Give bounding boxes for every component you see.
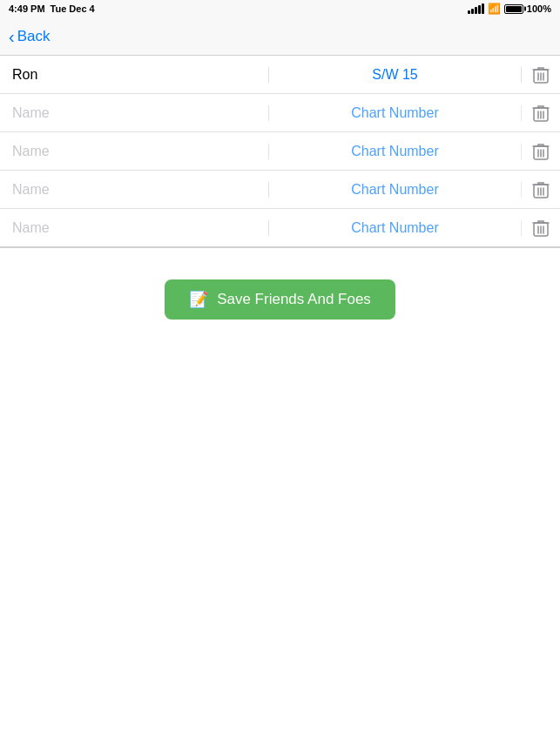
battery-icon <box>504 4 523 14</box>
chart-number-cell[interactable]: Chart Number <box>269 144 522 159</box>
friends-foes-table: RonS/W 15 NameChart Number NameChart Num… <box>0 56 560 248</box>
save-button[interactable]: 📝 Save Friends And Foes <box>165 279 395 320</box>
save-button-label: Save Friends And Foes <box>217 291 371 308</box>
table-row: RonS/W 15 <box>0 56 560 94</box>
name-cell[interactable]: Name <box>0 220 269 236</box>
delete-button[interactable] <box>522 142 560 161</box>
table-row: NameChart Number <box>0 209 560 247</box>
name-cell[interactable]: Ron <box>0 67 269 83</box>
save-button-container: 📝 Save Friends And Foes <box>0 279 560 320</box>
save-icon: 📝 <box>189 290 208 309</box>
table-row: NameChart Number <box>0 132 560 171</box>
status-time: 4:49 PM <box>9 3 45 14</box>
trash-icon <box>532 142 550 161</box>
back-chevron-icon: ‹ <box>9 28 15 45</box>
delete-button[interactable] <box>522 104 560 123</box>
back-label: Back <box>17 28 51 45</box>
trash-icon <box>532 180 550 199</box>
trash-icon <box>532 219 550 238</box>
nav-bar: ‹ Back <box>0 17 560 56</box>
chart-number-cell[interactable]: S/W 15 <box>269 67 522 83</box>
chart-number-cell[interactable]: Chart Number <box>269 220 522 236</box>
status-date: Tue Dec 4 <box>51 3 95 14</box>
trash-icon <box>532 104 550 123</box>
delete-button[interactable] <box>522 65 560 84</box>
back-button[interactable]: ‹ Back <box>9 28 50 45</box>
name-cell[interactable]: Name <box>0 144 269 159</box>
delete-button[interactable] <box>522 180 560 199</box>
name-cell[interactable]: Name <box>0 182 269 198</box>
trash-icon <box>532 65 550 84</box>
delete-button[interactable] <box>522 219 560 238</box>
status-bar: 4:49 PM Tue Dec 4 📶 100% <box>0 0 560 17</box>
wifi-icon: 📶 <box>488 3 501 15</box>
table-row: NameChart Number <box>0 171 560 209</box>
battery-label: 100% <box>527 3 551 14</box>
chart-number-cell[interactable]: Chart Number <box>269 105 522 121</box>
signal-icon <box>468 3 484 14</box>
table-row: NameChart Number <box>0 94 560 132</box>
name-cell[interactable]: Name <box>0 105 269 121</box>
chart-number-cell[interactable]: Chart Number <box>269 182 522 198</box>
